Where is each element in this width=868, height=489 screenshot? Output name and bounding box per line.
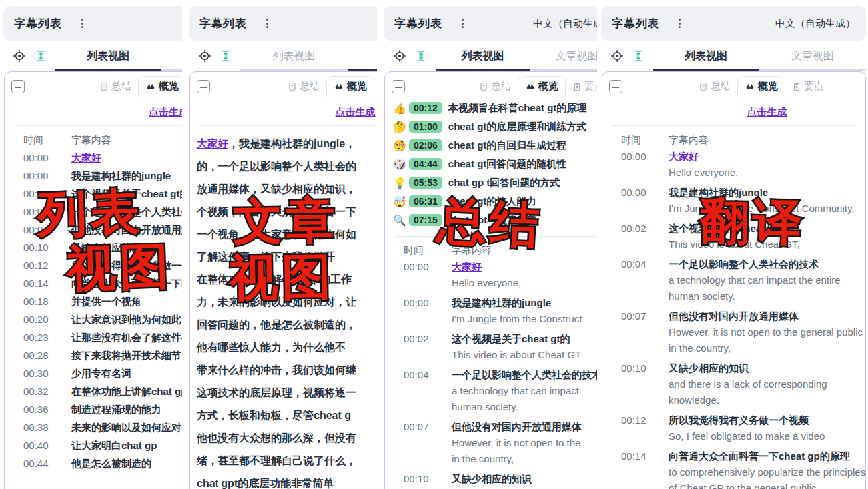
generate-link[interactable]: 点击生成	[5, 106, 182, 119]
tab-list-view[interactable]: 列表视图	[55, 41, 161, 71]
row-time[interactable]: 00:04	[404, 367, 437, 415]
subtitle-link[interactable]: 大家好	[452, 259, 597, 275]
overview-item[interactable]: 💡05:53chat gp t回答问题的方式	[393, 173, 597, 192]
language-label[interactable]: 中文（自动生成）	[775, 17, 855, 30]
tab-article-view[interactable]: 文章视图	[348, 41, 377, 71]
subtab-overview[interactable]: 概览	[138, 76, 182, 97]
tab-article-view[interactable]: 文章视图	[759, 41, 866, 71]
expand-vertical-icon[interactable]	[220, 49, 232, 63]
locate-icon[interactable]	[13, 49, 26, 63]
row-time[interactable]: 00:00	[404, 295, 437, 327]
row-time[interactable]: 00:14	[621, 448, 654, 489]
tab-list-view[interactable]: 列表视图	[240, 41, 348, 71]
locate-icon[interactable]	[393, 49, 406, 63]
timestamp-chip[interactable]: 06:31	[409, 195, 442, 207]
overview-item[interactable]: 🧐02:06cheat gt的自回归生成过程	[393, 136, 597, 155]
locate-icon[interactable]	[610, 49, 624, 63]
timestamp-chip[interactable]: 05:53	[409, 177, 442, 189]
row-time[interactable]: 00:18	[23, 292, 57, 310]
row-time[interactable]: 00:14	[23, 274, 57, 292]
row-time[interactable]: 00:28	[23, 346, 57, 364]
collapse-button[interactable]	[609, 80, 622, 93]
row-text-zh: 让大家明白chat gp	[71, 436, 182, 454]
subtab-summary[interactable]: 总结	[93, 77, 138, 97]
tab-article-view[interactable]: 文章视图	[530, 41, 597, 71]
row-time[interactable]: 00:00	[621, 185, 654, 217]
subtitle-link[interactable]: 大家好	[197, 138, 228, 149]
overview-text: 本视频旨在科普cheat gt的原理	[448, 102, 587, 115]
subtab-keypoints[interactable]: 要点	[374, 77, 377, 97]
row-text-en: a technology that can impact	[452, 383, 597, 399]
expand-vertical-icon[interactable]	[415, 49, 427, 63]
subtitle-row: 00:07但他没有对国内开放通用媒体However, it is not ope…	[385, 419, 597, 467]
subtitle-link[interactable]: 大家好	[71, 149, 182, 167]
kebab-menu-icon[interactable]	[677, 17, 683, 30]
timestamp-chip[interactable]: 04:44	[409, 158, 442, 170]
subtab-overview[interactable]: 概览	[518, 76, 566, 97]
overview-item[interactable]: 🎲04:44cheat gt回答问题的随机性	[393, 155, 597, 173]
row-time[interactable]: 00:02	[404, 331, 437, 363]
collapse-button[interactable]	[11, 80, 25, 93]
row-time[interactable]: 00:04	[621, 256, 654, 304]
row-time[interactable]: 00:23	[23, 328, 57, 346]
row-time[interactable]: 00:10	[621, 360, 654, 408]
row-time[interactable]: 00:02	[23, 185, 57, 203]
timestamp-chip[interactable]: 02:06	[409, 139, 442, 151]
timestamp-chip[interactable]: 01:00	[409, 121, 442, 133]
row-time[interactable]: 00:44	[23, 454, 57, 472]
generate-link[interactable]: 点击生成	[190, 106, 377, 119]
row-time[interactable]: 00:20	[23, 310, 57, 328]
generate-link[interactable]: 点击生成	[602, 106, 865, 119]
row-time[interactable]: 00:30	[23, 364, 57, 382]
tab-article-view[interactable]: 文章视图	[161, 41, 183, 71]
tab-list-view[interactable]: 列表视图	[436, 41, 530, 71]
subtab-overview[interactable]: 概览	[326, 76, 374, 97]
subtab-summary[interactable]: 总结	[281, 77, 326, 97]
overview-item[interactable]: 🤔01:00cheat gt的底层原理和训练方式	[393, 117, 597, 136]
kebab-menu-icon[interactable]	[264, 17, 270, 30]
row-time[interactable]: 00:36	[23, 400, 57, 418]
column-header-content: 字幕内容	[452, 242, 597, 259]
row-time[interactable]: 00:00	[23, 167, 57, 185]
row-time[interactable]: 00:12	[621, 412, 654, 444]
row-time[interactable]: 00:00	[404, 259, 437, 291]
row-time[interactable]: 00:38	[23, 418, 57, 436]
subtab-keypoints[interactable]: 要点	[566, 77, 597, 97]
row-time[interactable]: 00:40	[23, 436, 57, 454]
row-time[interactable]: 00:10	[23, 239, 57, 256]
subtab-keypoints[interactable]: 要点	[785, 77, 831, 97]
subtitle-link[interactable]: 大家好	[669, 149, 865, 165]
row-time[interactable]: 00:00	[23, 149, 57, 167]
timestamp-chip[interactable]: 00:12	[409, 102, 442, 114]
row-time[interactable]: 00:12	[23, 256, 57, 274]
kebab-menu-icon[interactable]	[79, 17, 85, 30]
subtab-overview[interactable]: 概览	[737, 76, 785, 97]
collapse-button[interactable]	[197, 80, 210, 93]
expand-vertical-icon[interactable]	[35, 49, 47, 63]
kebab-menu-icon[interactable]	[460, 17, 466, 30]
row-content: 这个视频是关于cheat gt的This video is about Chea…	[452, 331, 597, 363]
subtab-summary[interactable]: 总结	[472, 77, 518, 97]
emoji-icon: 👍	[393, 102, 409, 115]
row-time[interactable]: 00:07	[404, 419, 437, 467]
overview-item[interactable]: 🔍07:15chat gpt与搜索引擎	[393, 211, 597, 229]
language-label[interactable]: 中文（自动生成）	[533, 17, 597, 30]
locate-icon[interactable]	[198, 49, 211, 63]
collapse-button[interactable]	[392, 80, 405, 93]
tab-list-view[interactable]: 列表视图	[653, 41, 759, 71]
row-time[interactable]: 00:07	[621, 308, 654, 356]
expand-vertical-icon[interactable]	[632, 49, 644, 63]
row-text-zh: 让那些没有机会了解这件事	[71, 328, 182, 346]
row-time[interactable]: 00:10	[404, 471, 437, 487]
subtab-summary[interactable]: 总结	[692, 77, 737, 97]
timestamp-chip[interactable]: 07:15	[409, 214, 442, 226]
row-time[interactable]: 00:02	[621, 221, 654, 252]
paragraph-line: 在整体功能上讲解chat gp的工作	[197, 268, 377, 291]
row-text-zh: 我是建构社群的jungle	[669, 185, 865, 201]
row-time[interactable]: 00:07	[23, 221, 57, 239]
overview-item[interactable]: 👍00:12本视频旨在科普cheat gt的原理	[393, 99, 597, 117]
row-time[interactable]: 00:32	[23, 382, 57, 400]
row-time[interactable]: 00:04	[23, 203, 57, 221]
row-time[interactable]: 00:00	[621, 149, 654, 181]
overview-item[interactable]: 🤯06:31cheat gt的惊人能力	[393, 192, 597, 211]
